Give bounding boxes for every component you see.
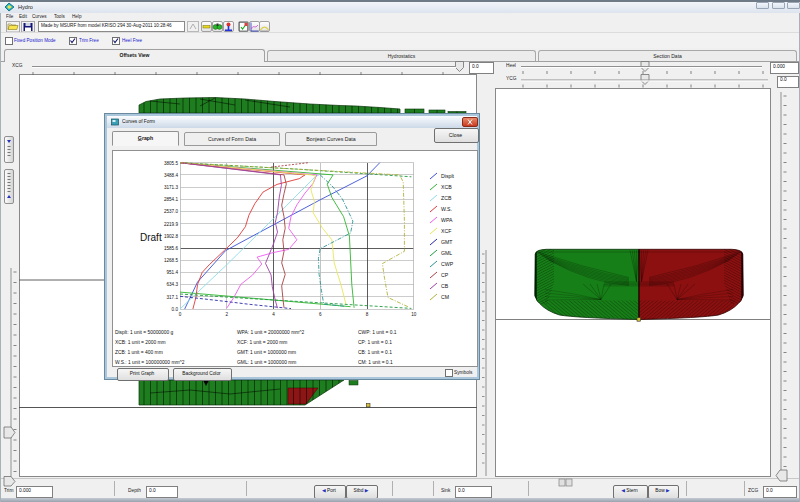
svg-text:GML: GML [441,250,452,256]
svg-text:2219.9: 2219.9 [164,222,178,227]
svg-text:1585.6: 1585.6 [164,246,178,251]
svg-text:CP: 1 unit = 0.1: CP: 1 unit = 0.1 [358,340,392,345]
svg-text:WPA: 1 unit = 20000000 mm^2: WPA: 1 unit = 20000000 mm^2 [237,330,305,335]
svg-text:XCB: 1 unit = 2000 mm: XCB: 1 unit = 2000 mm [115,340,166,345]
svg-text:634.3: 634.3 [167,282,179,287]
svg-text:WPA: WPA [441,217,453,223]
svg-text:951.4: 951.4 [167,270,179,275]
svg-text:3488.4: 3488.4 [164,173,178,178]
svg-text:3805.5: 3805.5 [164,161,178,166]
svg-text:4: 4 [272,312,275,317]
svg-text:GML: 1 unit = 1000000 mm: GML: 1 unit = 1000000 mm [237,360,296,365]
svg-text:ZCB: 1 unit = 400 mm: ZCB: 1 unit = 400 mm [115,350,163,355]
svg-text:CM: 1 unit = 0.1: CM: 1 unit = 0.1 [358,360,393,365]
svg-text:ZCB: ZCB [441,195,452,201]
svg-text:6: 6 [319,312,322,317]
svg-text:CM: CM [441,294,449,300]
svg-text:XCB: XCB [441,184,452,190]
svg-text:Displt: Displt [441,173,455,179]
svg-text:GMT: GMT [441,239,453,245]
svg-text:Draft: Draft [140,232,162,243]
svg-text:CB: 1 unit = 0.1: CB: 1 unit = 0.1 [358,350,392,355]
svg-text:XCF: XCF [441,228,451,234]
svg-text:W.S.: W.S. [441,206,452,212]
svg-text:8: 8 [366,312,369,317]
svg-text:317.1: 317.1 [167,295,179,300]
svg-text:Displt: 1 unit = 50000000 g: Displt: 1 unit = 50000000 g [115,330,174,335]
svg-text:CWP: 1 unit = 0.1: CWP: 1 unit = 0.1 [358,330,397,335]
svg-text:2537.0: 2537.0 [164,209,178,214]
svg-text:1268.5: 1268.5 [164,258,178,263]
svg-text:2: 2 [225,312,228,317]
svg-text:2854.1: 2854.1 [164,197,178,202]
svg-text:0.0: 0.0 [172,307,179,312]
svg-text:3171.3: 3171.3 [164,185,178,190]
svg-text:CP: CP [441,272,449,278]
svg-text:CWP: CWP [441,261,454,267]
svg-text:GMT: 1 unit = 1000000 mm: GMT: 1 unit = 1000000 mm [237,350,296,355]
svg-text:CB: CB [441,283,449,289]
svg-text:0: 0 [179,312,182,317]
svg-text:XCF: 1 unit = 2000 mm: XCF: 1 unit = 2000 mm [237,340,287,345]
svg-text:1902.8: 1902.8 [164,234,178,239]
svg-text:10: 10 [411,312,417,317]
svg-text:W.S.: 1 unit = 100000000 mm^2: W.S.: 1 unit = 100000000 mm^2 [115,360,185,365]
